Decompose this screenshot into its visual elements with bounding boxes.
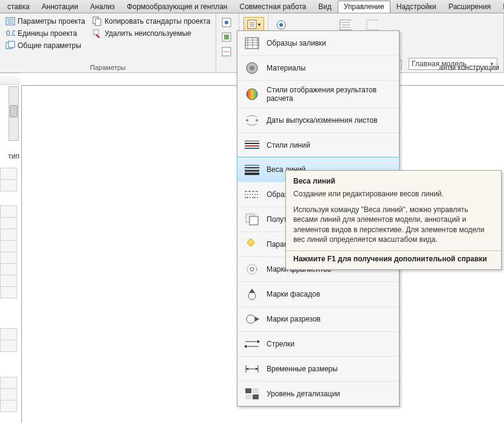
svg-rect-63: [245, 388, 251, 393]
properties-scrollbar[interactable]: [9, 86, 19, 141]
svg-rect-26: [367, 20, 378, 30]
label: Марки фасадов: [267, 290, 320, 298]
prop-row[interactable]: [0, 205, 17, 218]
fill-pattern-icon: [243, 36, 261, 50]
purge-icon: [92, 29, 102, 38]
small-btn-2[interactable]: [220, 30, 233, 44]
svg-rect-9: [94, 30, 98, 35]
small-btn-3[interactable]: [220, 45, 233, 58]
svg-rect-8: [95, 19, 101, 26]
menu-analysis-display-styles[interactable]: Стили отображения результатов расчета: [237, 80, 399, 108]
svg-point-11: [225, 21, 228, 24]
prop-row[interactable]: [0, 168, 17, 180]
prop-row[interactable]: [0, 328, 17, 340]
tooltip-summary: Создание или редактирование весов линий.: [293, 189, 494, 199]
chevron-down-icon: ▾: [258, 22, 261, 27]
label: Даты выпуска/изменения листов: [267, 116, 378, 125]
sun-icon: [243, 237, 261, 252]
prop-row[interactable]: [0, 240, 17, 252]
label: Параметры проекта: [18, 17, 85, 26]
additional-settings-dropdown[interactable]: ▾: [243, 17, 264, 32]
svg-marker-53: [255, 317, 259, 322]
svg-rect-6: [9, 41, 15, 47]
svg-point-33: [256, 119, 258, 122]
prop-row[interactable]: [0, 400, 17, 412]
prop-row[interactable]: [0, 217, 17, 229]
prop-row[interactable]: [0, 388, 17, 401]
arrowheads-icon: [243, 337, 261, 351]
copy-icon: [92, 16, 102, 26]
tooltip-title: Веса линий: [293, 177, 494, 185]
menu-annotations[interactable]: Аннотации: [36, 1, 84, 13]
svg-point-21: [279, 23, 283, 27]
prop-row[interactable]: [0, 275, 17, 287]
label: Стили линий: [267, 141, 310, 150]
svg-point-49: [250, 267, 254, 271]
menu-elevation-tags[interactable]: Марки фасадов: [237, 281, 399, 306]
menu-materials[interactable]: Материалы: [237, 55, 399, 80]
tooltip-description: Используя команду "Веса линий", можно уп…: [293, 205, 494, 244]
prop-row[interactable]: [0, 229, 17, 241]
prop-row[interactable]: [0, 377, 17, 389]
menu-fill-patterns[interactable]: Образцы заливки: [237, 31, 399, 55]
menu-section-tags[interactable]: Марки разрезов: [237, 306, 399, 331]
menu-addins[interactable]: Надстройки: [390, 1, 443, 13]
label: Материалы: [267, 64, 305, 72]
detail-level-icon: [243, 387, 261, 401]
panel-title-parameters: Параметры: [4, 63, 212, 71]
svg-rect-64: [253, 388, 259, 393]
svg-rect-46: [250, 216, 258, 225]
menu-cut[interactable]: И: [497, 1, 504, 13]
prop-row[interactable]: [0, 286, 17, 298]
svg-marker-55: [257, 340, 260, 343]
scroll-thumb[interactable]: [10, 105, 18, 117]
line-weights-icon: [243, 162, 261, 177]
sheet-dates-icon: [243, 113, 261, 128]
ribbon-icon-c[interactable]: [366, 18, 379, 32]
svg-marker-62: [256, 368, 258, 370]
svg-point-30: [250, 66, 254, 70]
prop-row[interactable]: [0, 340, 17, 352]
tooltip: Веса линий Создание или редактирование в…: [285, 170, 502, 270]
line-patterns-icon: [243, 187, 261, 202]
svg-rect-65: [245, 394, 251, 399]
menu-massing[interactable]: Формообразующие и генплан: [121, 1, 233, 13]
properties-grid-3: [0, 328, 17, 351]
label: Временные размеры: [267, 365, 338, 373]
menu-arrowheads[interactable]: Стрелки: [237, 331, 399, 356]
svg-rect-28: [245, 38, 259, 49]
properties-grid-4: [0, 377, 17, 411]
section-tag-icon: [243, 312, 261, 326]
menu-manage[interactable]: Управление: [338, 1, 390, 13]
prop-row[interactable]: [0, 252, 17, 264]
shared-parameters-button[interactable]: Общие параметры: [4, 40, 87, 51]
menubar: ставка Аннотации Анализ Формообразующие …: [0, 0, 504, 13]
copy-standards-button[interactable]: Копировать стандарты проекта: [90, 16, 212, 27]
purge-button[interactable]: Удалить неиспользуемые: [90, 28, 212, 39]
sliders-icon: [5, 16, 15, 26]
menu-line-styles[interactable]: Стили линий: [237, 132, 399, 157]
menu-sheet-issues[interactable]: Даты выпуска/изменения листов: [237, 108, 399, 132]
project-parameters-button[interactable]: Параметры проекта: [4, 16, 87, 27]
shared-icon: [5, 41, 15, 50]
menu-detail-level[interactable]: Уровень детализации: [237, 381, 399, 406]
elevation-tag-icon: [243, 287, 261, 301]
small-btn-1[interactable]: [220, 16, 233, 29]
menu-analysis[interactable]: Анализ: [84, 1, 121, 13]
menu-view[interactable]: Вид: [312, 1, 338, 13]
menu-collaborate[interactable]: Совместная работа: [233, 1, 312, 13]
label: Общие параметры: [18, 41, 81, 50]
label: Единицы проекта: [18, 29, 77, 38]
menu-insert[interactable]: ставка: [1, 1, 36, 13]
type-label: x: [0, 73, 20, 85]
svg-marker-57: [244, 345, 247, 348]
materials-icon: [243, 61, 261, 75]
ribbon-icon-b[interactable]: [339, 18, 352, 32]
svg-point-31: [247, 89, 257, 100]
prop-row[interactable]: [0, 263, 17, 275]
menu-extensions[interactable]: Расширения: [443, 1, 497, 13]
project-units-button[interactable]: 0.0 Единицы проекта: [4, 28, 87, 39]
prop-row[interactable]: [0, 179, 17, 191]
menu-temporary-dimensions[interactable]: Временные размеры: [237, 356, 399, 381]
ribbon-icon-a[interactable]: [274, 18, 288, 32]
